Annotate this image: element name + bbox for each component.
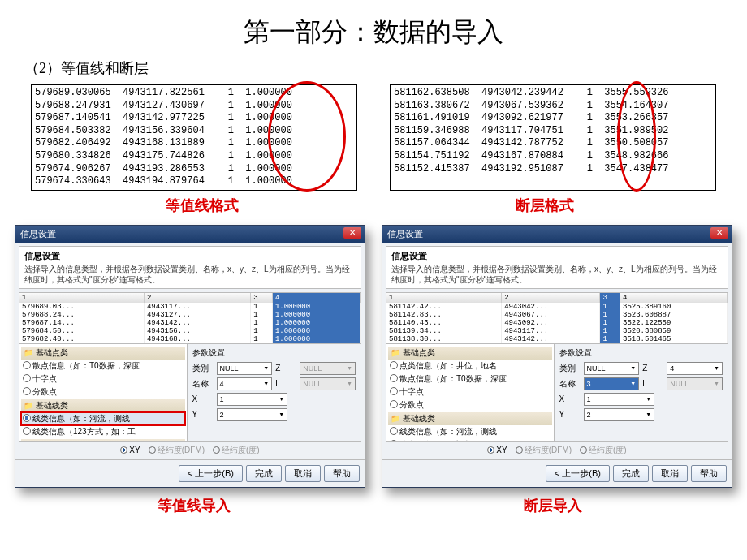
cell[interactable]: 581142.83...	[386, 311, 502, 319]
data-grid[interactable]: 1234 581142.42...4943042...13525.3891605…	[386, 292, 728, 344]
finish-button[interactable]: 完成	[613, 465, 649, 482]
cell[interactable]: 4943142...	[502, 335, 600, 343]
cell[interactable]: 1	[251, 335, 273, 343]
opt-cross[interactable]: 十字点	[388, 386, 552, 398]
dd-y[interactable]: 2▼	[217, 408, 288, 421]
dd-x[interactable]: 1▼	[217, 393, 288, 406]
cell[interactable]: 3522.122559	[620, 319, 728, 327]
finish-button[interactable]: 完成	[246, 465, 282, 482]
label-type: 类别	[192, 363, 214, 374]
radio-xy[interactable]: XY	[487, 445, 507, 456]
dd-z[interactable]: 4▼	[667, 362, 723, 375]
cell[interactable]: 3525.389160	[620, 303, 728, 311]
cell[interactable]: 1	[251, 311, 273, 319]
cell[interactable]: 1	[600, 319, 620, 327]
cancel-button[interactable]: 取消	[652, 465, 688, 482]
category-base-points[interactable]: 📁 基础点类	[388, 347, 552, 360]
dd-name[interactable]: 4▼	[217, 377, 273, 390]
radio-deg: 经纬度(DFM)	[516, 445, 572, 456]
dd-x[interactable]: 1▼	[584, 393, 655, 406]
cell[interactable]: 1	[600, 327, 620, 335]
radio-rad: 经纬度(度)	[580, 445, 627, 456]
dd-type[interactable]: NULL▼	[217, 362, 273, 375]
cell[interactable]: 4943127...	[144, 311, 250, 319]
col-header[interactable]: 3	[600, 293, 620, 303]
opt-point[interactable]: 点类信息（如：井位，地名	[388, 360, 552, 373]
cell[interactable]: 581140.43...	[386, 319, 502, 327]
info-settings-dialog: 信息设置 ✕ 信息设置 选择导入的信息类型，并根据各列数据设置类别、名称，x、y…	[382, 225, 732, 488]
cell[interactable]: 581138.30...	[386, 335, 502, 343]
type-tree[interactable]: 📁 基础点类 点类信息（如：井位，地名 散点信息（如：T0数据，深度 十字点 分…	[386, 344, 555, 442]
col-header[interactable]: 1	[19, 293, 144, 303]
col-header[interactable]: 3	[251, 293, 273, 303]
data-row: 579674.330643 4943194.879764 1 1.000000	[35, 175, 353, 188]
cell[interactable]: 3520.380859	[620, 327, 728, 335]
cell[interactable]: 581142.42...	[386, 303, 502, 311]
opt-fraction[interactable]: 分数点	[388, 398, 552, 411]
cell[interactable]: 1.000000	[272, 311, 360, 319]
cell[interactable]: 4943156...	[144, 327, 250, 335]
cell[interactable]: 4943117...	[144, 303, 250, 311]
opt-scatter[interactable]: 散点信息（如：T0数据，深度	[388, 373, 552, 386]
opt-line-river[interactable]: 线类信息（如：河流，测线	[388, 425, 552, 438]
cell[interactable]: 4943042...	[502, 303, 600, 311]
col-header[interactable]: 4	[620, 293, 728, 303]
cell[interactable]: 1.000000	[272, 319, 360, 327]
cell[interactable]: 579688.24...	[19, 311, 144, 319]
dd-name[interactable]: 3▼	[584, 377, 640, 390]
category-base-points[interactable]: 📁 基础点类	[21, 347, 185, 360]
label-y: Y	[559, 410, 581, 419]
cell[interactable]: 1	[600, 311, 620, 319]
opt-cross[interactable]: 十字点	[21, 373, 185, 386]
close-icon[interactable]: ✕	[710, 227, 728, 239]
cell[interactable]: 1	[251, 327, 273, 335]
opt-scatter[interactable]: 散点信息（如：T0数据，深度	[21, 360, 185, 373]
radio-xy[interactable]: XY	[120, 445, 140, 456]
cell[interactable]: 4943168...	[144, 335, 250, 343]
help-button[interactable]: 帮助	[324, 465, 360, 482]
cell[interactable]: 581139.34...	[386, 327, 502, 335]
cell[interactable]: 4943142...	[144, 319, 250, 327]
cell[interactable]: 1	[251, 319, 273, 327]
cell[interactable]: 3523.608887	[620, 311, 728, 319]
col-header[interactable]: 2	[144, 293, 250, 303]
cell[interactable]: 1.000000	[272, 335, 360, 343]
type-tree[interactable]: 📁 基础点类 散点信息（如：T0数据，深度 十字点 分数点 📁 基础线类 线类信…	[19, 344, 188, 442]
cell[interactable]: 1	[600, 335, 620, 343]
col-header[interactable]: 2	[502, 293, 600, 303]
close-icon[interactable]: ✕	[343, 227, 361, 239]
category-well-traj[interactable]: 📁 斜井轨迹	[21, 439, 185, 442]
category-base-lines[interactable]: 📁 基础线类	[388, 412, 552, 425]
help-button[interactable]: 帮助	[691, 465, 727, 482]
col-header[interactable]: 4	[272, 293, 360, 303]
col-header[interactable]: 1	[386, 293, 502, 303]
cell[interactable]: 1.000000	[272, 303, 360, 311]
cancel-button[interactable]: 取消	[285, 465, 321, 482]
cell[interactable]: 1.000000	[272, 327, 360, 335]
prev-button[interactable]: < 上一步(B)	[546, 465, 610, 482]
prev-button[interactable]: < 上一步(B)	[179, 465, 243, 482]
opt-line-123[interactable]: 线类信息（123方式，如：工	[388, 438, 552, 442]
cell[interactable]: 4943067...	[502, 311, 600, 319]
label-y: Y	[192, 410, 214, 419]
opt-fraction[interactable]: 分数点	[21, 386, 185, 398]
cell[interactable]: 1	[600, 303, 620, 311]
dd-l: NULL▼	[667, 377, 723, 390]
dd-y[interactable]: 2▼	[584, 408, 655, 421]
opt-line-123[interactable]: 线类信息（123方式，如：工	[21, 425, 185, 438]
cell[interactable]: 579682.40...	[19, 335, 144, 343]
cell[interactable]: 3518.501465	[620, 335, 728, 343]
opt-line-river[interactable]: 线类信息（如：河流，测线	[21, 412, 185, 425]
cell[interactable]: 579689.03...	[19, 303, 144, 311]
label-l: L	[642, 379, 663, 388]
dd-type[interactable]: NULL▼	[584, 362, 640, 375]
data-row: 579674.906267 4943193.286553 1 1.000000	[35, 163, 353, 176]
data-row: 581157.064344 4943142.787752 1 3550.5080…	[394, 137, 712, 150]
category-base-lines[interactable]: 📁 基础线类	[21, 399, 185, 412]
cell[interactable]: 4943092...	[502, 319, 600, 327]
cell[interactable]: 4943117...	[502, 327, 600, 335]
cell[interactable]: 1	[251, 303, 273, 311]
cell[interactable]: 579687.14...	[19, 319, 144, 327]
data-grid[interactable]: 1234 579689.03...4943117...11.0000005796…	[19, 292, 361, 344]
cell[interactable]: 579684.50...	[19, 327, 144, 335]
